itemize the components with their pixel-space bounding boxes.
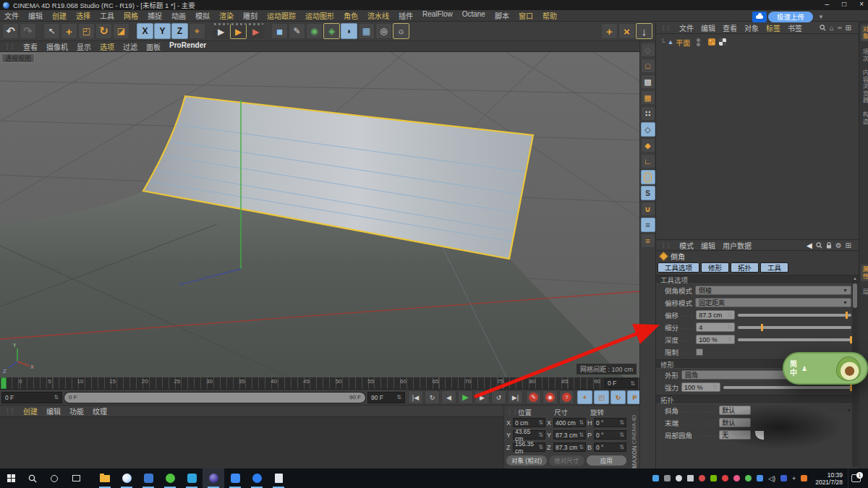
attribute-tab[interactable]: 工具: [760, 262, 788, 273]
enable-snap-button[interactable]: ∪: [641, 202, 655, 216]
object-row-plane[interactable]: └ ▲ 平面: [656, 36, 859, 48]
panel-tab[interactable]: 属性: [861, 265, 868, 281]
close-button[interactable]: ×: [859, 0, 864, 8]
current-frame-field[interactable]: 0 F⇅: [1, 392, 62, 403]
link-icon[interactable]: ∞: [838, 25, 842, 31]
task-view-button[interactable]: [65, 468, 87, 488]
position-x-field[interactable]: 0 cm⇅: [513, 418, 545, 427]
miter-dropdown[interactable]: 默认: [719, 406, 751, 415]
lock-workplane-button[interactable]: ≡: [641, 218, 655, 232]
lock-z-axis[interactable]: Z: [171, 23, 188, 39]
point-mode-button[interactable]: ∷: [641, 106, 655, 121]
cloud-tray-icon[interactable]: [757, 475, 763, 481]
goto-start-button[interactable]: |◀: [408, 390, 423, 404]
ime-pig-tray-icon[interactable]: [733, 475, 740, 481]
viewport-menu-item[interactable]: 过滤: [123, 41, 137, 52]
object-manager-menu-item[interactable]: 查看: [723, 22, 737, 33]
search-icon[interactable]: [816, 242, 822, 249]
viewport-3d[interactable]: Y X Z 透视视图 网格间距 : 100 cm: [0, 52, 639, 377]
prev-frame-button[interactable]: ◀: [441, 390, 456, 404]
chevron-down-icon[interactable]: ▼: [846, 408, 851, 413]
spline-pen-menu[interactable]: ✎: [289, 23, 305, 39]
offset-mode-dropdown[interactable]: 固定距离▼: [695, 298, 851, 307]
panel-tab[interactable]: 层: [861, 288, 868, 296]
coordinate-system-toggle[interactable]: ⌖: [189, 23, 205, 39]
edge-mode-button[interactable]: ◇: [641, 122, 655, 137]
depth-field[interactable]: 100 %⇅: [696, 335, 735, 344]
stepper-icon[interactable]: ⇅: [630, 380, 635, 387]
menu-item[interactable]: 文件: [4, 10, 19, 21]
panel-grip-icon[interactable]: ⋮⋮: [4, 43, 14, 50]
object-name[interactable]: 平面: [676, 37, 690, 48]
material-menu-item[interactable]: 创建: [23, 406, 38, 416]
taskbar-clock[interactable]: 10:392021/7/28: [815, 471, 843, 486]
menu-item[interactable]: 工具: [100, 10, 114, 21]
keyframe-selection-button[interactable]: ?: [559, 390, 574, 404]
menu-item[interactable]: 创建: [52, 10, 67, 21]
object-manager-menu-item[interactable]: 对象: [744, 22, 759, 33]
undo-button[interactable]: ↶: [2, 23, 19, 39]
panel-grip-icon[interactable]: ⋮⋮: [506, 408, 518, 415]
menu-item[interactable]: 窗口: [519, 10, 533, 21]
menu-item[interactable]: 运动跟踪: [267, 10, 296, 21]
goto-end-button[interactable]: ▶|: [508, 390, 523, 404]
download-button[interactable]: ↓: [636, 23, 652, 39]
panel-tab[interactable]: 场次: [861, 48, 868, 62]
viewport-menu-item[interactable]: 选项: [100, 41, 114, 52]
menu-item[interactable]: 插件: [399, 10, 413, 21]
menu-item[interactable]: 模拟: [195, 10, 210, 21]
visibility-dots-icon[interactable]: [697, 38, 700, 46]
onenote-tray-icon[interactable]: [780, 475, 787, 481]
panel-tab[interactable]: 构造: [861, 111, 868, 125]
object-manager-menu-item[interactable]: 书签: [788, 22, 802, 33]
texture-mode-button[interactable]: ▩: [641, 74, 655, 89]
taskbar-search-button[interactable]: [22, 468, 43, 488]
panel-tab[interactable]: 对象: [861, 25, 868, 41]
upload-button[interactable]: 极速上传: [768, 12, 813, 22]
cinema4d-taskbar-button[interactable]: [203, 468, 224, 488]
tension-slider[interactable]: [723, 386, 851, 389]
position-z-field[interactable]: 156.35 cm⇅: [513, 442, 545, 452]
attribute-tab[interactable]: 拓扑: [731, 262, 759, 273]
panel-grip-icon[interactable]: ⋮⋮: [660, 242, 671, 249]
browser-button[interactable]: [116, 468, 137, 488]
rotation-h-field[interactable]: 0 °⇅: [594, 418, 626, 427]
section-tool-options[interactable]: 工具选项: [656, 275, 859, 284]
screenshot-tray-icon[interactable]: [664, 475, 671, 481]
move-tool[interactable]: +: [61, 23, 77, 39]
last-used-tool[interactable]: ◪: [113, 23, 129, 39]
ime-skin-icon[interactable]: ♟: [801, 365, 807, 372]
menu-item[interactable]: 运动图形: [305, 10, 334, 21]
material-menu-item[interactable]: 纹理: [93, 406, 107, 416]
attribute-menu-item[interactable]: 用户数据: [723, 240, 752, 251]
minimize-button[interactable]: –: [825, 0, 830, 8]
menu-item[interactable]: Octane: [462, 10, 485, 21]
viewport-menu-item[interactable]: 面板: [146, 41, 161, 52]
light-menu[interactable]: ☼: [393, 23, 409, 39]
wechat-button[interactable]: [159, 468, 181, 488]
play-cycle-button[interactable]: ↺: [491, 390, 506, 404]
green-tray-icon[interactable]: [745, 475, 752, 481]
subdivision-field[interactable]: 4⇅: [696, 322, 735, 332]
environment-menu[interactable]: ▦: [358, 23, 375, 39]
panel-tab[interactable]: 内容浏览器: [861, 69, 868, 104]
viewport-menu-item[interactable]: 查看: [23, 41, 38, 52]
tweak-mode-button[interactable]: [641, 170, 655, 184]
spline-objects-menu[interactable]: ◗: [341, 23, 357, 39]
viewport-view-label[interactable]: 透视视图: [1, 53, 35, 63]
viewport-solo-button[interactable]: S: [641, 186, 655, 200]
panel-icon[interactable]: ⊞: [846, 24, 851, 32]
volume-icon[interactable]: ◁): [768, 475, 775, 482]
material-menu-item[interactable]: 功能: [69, 406, 84, 416]
key-scale-toggle[interactable]: ◰: [594, 390, 609, 404]
next-frame-button[interactable]: ▶: [475, 390, 490, 404]
file-explorer-button[interactable]: [94, 468, 116, 488]
attribute-tab[interactable]: 工具选项: [658, 262, 699, 273]
end-frame-field[interactable]: 90 F⇅: [367, 392, 405, 403]
menu-item[interactable]: 雕刻: [243, 10, 258, 21]
play-forward-button[interactable]: ▶: [458, 390, 473, 404]
size-z-field[interactable]: 87.3 cm⇅: [553, 442, 586, 452]
coordinate-mode-dropdown[interactable]: 对象 (相对) ▾: [506, 455, 547, 466]
display-tray-icon[interactable]: [687, 475, 694, 481]
menu-item[interactable]: 脚本: [495, 10, 509, 21]
